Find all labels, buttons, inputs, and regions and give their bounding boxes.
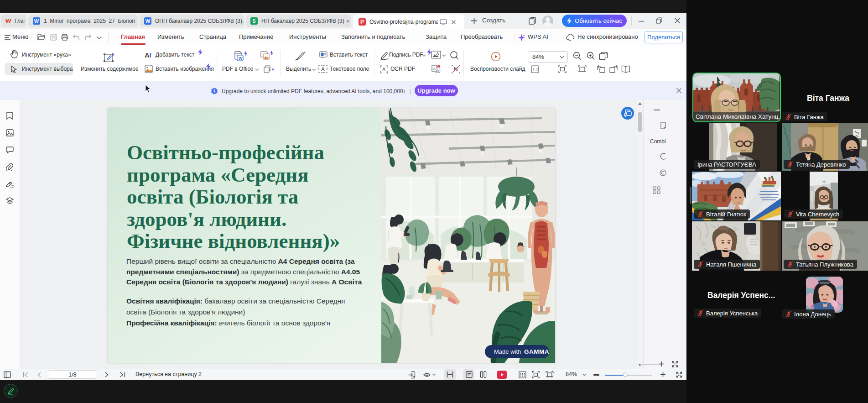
svg-text:A: A [433,66,436,71]
svg-text:W: W [239,56,243,61]
svg-text:1:1: 1:1 [533,68,539,72]
svg-text:A: A [321,66,325,73]
svg-text:Made with: Made with [494,348,521,355]
svg-text:A: A [382,67,386,72]
svg-text:GAMMA: GAMMA [524,348,549,355]
svg-text:A: A [436,52,439,56]
svg-text:я: я [437,68,439,73]
